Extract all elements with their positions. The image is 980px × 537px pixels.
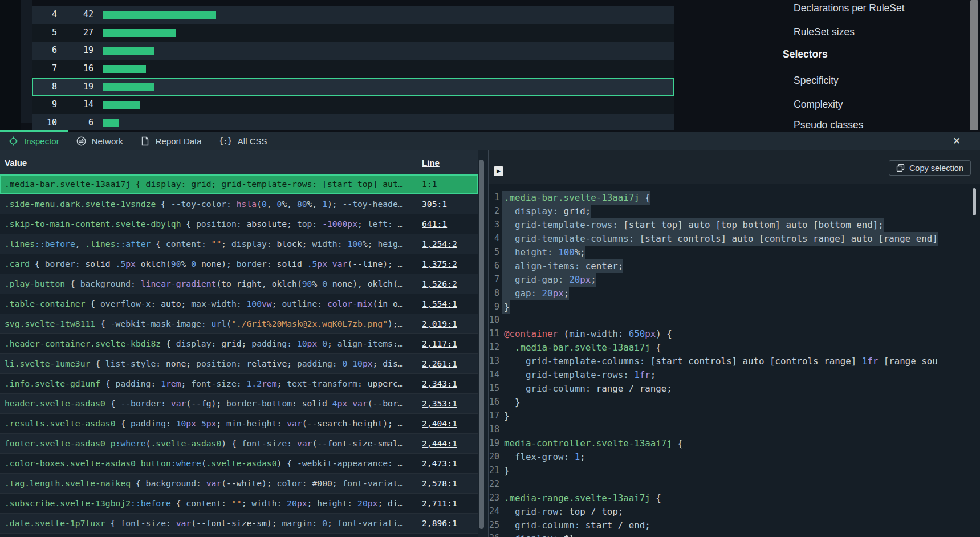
code-token bbox=[206, 319, 212, 328]
ruleset-value-cell: .tag.length.svelte-naikeq { background: … bbox=[0, 474, 408, 493]
ruleset-line-cell: 2,711:1 bbox=[408, 494, 478, 513]
code-token: border: bbox=[237, 259, 272, 268]
chart-row[interactable]: 442 bbox=[32, 6, 674, 24]
line-link[interactable]: 1,526:2 bbox=[422, 279, 457, 288]
ruleset-row[interactable]: .side-menu.dark.svelte-1vsndze { --toy-c… bbox=[0, 194, 478, 214]
line-link[interactable]: 2,353:1 bbox=[422, 398, 457, 408]
ruleset-line-cell bbox=[408, 534, 478, 537]
tab-all-css[interactable]: {:} All CSS bbox=[219, 136, 267, 146]
ruleset-row[interactable]: .table-container { overflow-x: auto; max… bbox=[0, 294, 478, 314]
code-token bbox=[317, 339, 322, 348]
ruleset-row[interactable]: svg.svelte-1tw8111 { -webkit-mask-image:… bbox=[0, 314, 478, 334]
nav-item-declarations-per-ruleset[interactable]: Declarations per RuleSet bbox=[794, 2, 905, 14]
chart-row[interactable]: 106 bbox=[32, 114, 674, 130]
line-link[interactable]: 2,444:1 bbox=[422, 438, 457, 448]
code-token: 100 bbox=[246, 299, 262, 308]
ruleset-row[interactable]: .lines::before, .lines::after { content:… bbox=[0, 234, 478, 254]
chart-bucket-label: 8 bbox=[32, 78, 57, 96]
ruleset-line-cell: 2,444:1 bbox=[408, 434, 478, 453]
editor-scrollbar[interactable] bbox=[973, 188, 976, 215]
ruleset-row[interactable]: .media-bar.svelte-13aai7j { display: gri… bbox=[0, 174, 478, 194]
ruleset-row[interactable]: footer.svelte-asdas0 p:where(.svelte-asd… bbox=[0, 434, 478, 454]
ruleset-row[interactable]: .card { border: solid .5px oklch(90% 0 n… bbox=[0, 254, 478, 274]
ruleset-row[interactable]: .skip-to-main-content.svelte-dbylqh { po… bbox=[0, 214, 478, 234]
ruleset-row[interactable]: .date.svelte-1p7tuxr { font-size: var(--… bbox=[0, 514, 478, 534]
editor-code[interactable]: 1.media-bar.svelte-13aai7j {2 display: g… bbox=[489, 184, 980, 537]
chart-row[interactable]: 527 bbox=[32, 24, 674, 42]
nav-item-pseudo-classes[interactable]: Pseudo classes bbox=[794, 119, 864, 130]
nav-item-ruleset-sizes[interactable]: RuleSet sizes bbox=[794, 26, 855, 38]
line-link[interactable]: 2,019:1 bbox=[422, 319, 457, 328]
line-link[interactable]: 2,711:1 bbox=[422, 498, 457, 508]
ruleset-row[interactable]: .subscribe.svelte-13gboj2::before { cont… bbox=[0, 494, 478, 514]
code-token: { bbox=[650, 342, 661, 353]
tab-network[interactable]: Network bbox=[76, 136, 123, 146]
line-link[interactable]: 2,117:1 bbox=[422, 339, 457, 348]
code-token: [start controls] auto [controls range] bbox=[645, 356, 861, 367]
line-link[interactable]: 2,261:1 bbox=[422, 359, 457, 368]
nav-item-specificity[interactable]: Specificity bbox=[794, 75, 839, 87]
nav-item-complexity[interactable]: Complexity bbox=[794, 99, 843, 111]
ruleset-row[interactable]: .play-button { background: linear-gradie… bbox=[0, 274, 478, 294]
line-link[interactable]: 1:1 bbox=[422, 179, 437, 189]
tab-inspector[interactable]: Inspector bbox=[9, 136, 59, 146]
code-token: px bbox=[297, 498, 307, 508]
code-token: { bbox=[672, 438, 683, 449]
line-link[interactable]: 1,554:1 bbox=[422, 299, 457, 308]
column-header-line[interactable]: Line bbox=[422, 158, 440, 168]
table-scrollbar-thumb[interactable] bbox=[479, 160, 484, 529]
code-token: ::after bbox=[116, 239, 151, 249]
copy-selection-button[interactable]: Copy selection bbox=[889, 160, 971, 176]
code-token: px bbox=[580, 274, 591, 285]
editor-line: 25 grid-column: start / end; bbox=[489, 519, 980, 532]
line-link[interactable]: 2,896:1 bbox=[422, 518, 457, 528]
code-token bbox=[166, 398, 171, 408]
line-link[interactable]: 2,473:1 bbox=[422, 458, 457, 468]
ruleset-row[interactable]: header.svelte-asdas0 { --border: var(--f… bbox=[0, 394, 478, 414]
editor-line-number: 8 bbox=[489, 287, 499, 300]
editor-line: 24 grid-row: top / top; bbox=[489, 505, 980, 519]
ruleset-value-cell: .date.svelte-1p7tuxr { font-size: var(--… bbox=[0, 514, 408, 533]
line-link[interactable]: 2,404:1 bbox=[422, 418, 457, 428]
line-link[interactable]: 1,254:2 bbox=[422, 239, 457, 249]
ruleset-row[interactable]: .tag.length.svelte-naikeq { background: … bbox=[0, 474, 478, 494]
code-token: grid-template-rows: bbox=[504, 369, 629, 380]
copy-button-label: Copy selection bbox=[909, 164, 963, 173]
line-link[interactable]: 2,343:1 bbox=[422, 379, 457, 388]
editor-line: 12 .media-bar.svelte-13aai7j { bbox=[489, 341, 980, 355]
line-link[interactable]: 2,578:1 bbox=[422, 478, 457, 488]
ruleset-row[interactable]: .results.svelte-asdas0 { padding: 10px 5… bbox=[0, 414, 478, 434]
chart-row[interactable]: 716 bbox=[32, 60, 674, 78]
line-link[interactable]: 641:1 bbox=[422, 219, 447, 229]
editor-line-number: 11 bbox=[489, 327, 499, 341]
table-scrollbar[interactable] bbox=[478, 150, 488, 537]
chart-row[interactable]: 819 bbox=[32, 78, 674, 96]
code-token: list-style: bbox=[105, 359, 161, 368]
ruleset-row[interactable]: .play-list-button.svelte-17d4eqz { displ… bbox=[0, 534, 478, 537]
ruleset-row[interactable]: .info.svelte-gd1unf { padding: 1rem; fon… bbox=[0, 374, 478, 394]
line-link[interactable]: 305:1 bbox=[422, 199, 447, 209]
tab-report-data[interactable]: Report Data bbox=[140, 136, 202, 146]
chart-row[interactable]: 619 bbox=[32, 42, 674, 60]
panel-toggle-icon[interactable]: ▶ bbox=[494, 166, 503, 176]
editor-line-number: 23 bbox=[489, 491, 499, 505]
code-token: { bbox=[105, 398, 121, 408]
editor-line-number: 26 bbox=[489, 532, 499, 537]
line-link[interactable]: 1,375:2 bbox=[422, 259, 457, 268]
page-scrollbar[interactable] bbox=[970, 0, 978, 130]
code-token: %; bbox=[363, 239, 378, 249]
ruleset-row[interactable]: .color-boxes.svelte-asdas0 button:where(… bbox=[0, 454, 478, 474]
code-token: 0 bbox=[262, 199, 267, 209]
editor-line: 14 grid-template-rows: 1fr; bbox=[489, 368, 980, 382]
chart-row[interactable]: 914 bbox=[32, 96, 674, 114]
ruleset-line-cell: 1,526:2 bbox=[408, 274, 478, 294]
code-token: ( bbox=[257, 199, 262, 209]
code-token: , bbox=[267, 199, 277, 209]
close-icon[interactable]: ✕ bbox=[953, 135, 961, 147]
ruleset-row[interactable]: .header-container.svelte-kbdi8z { displa… bbox=[0, 334, 478, 354]
code-token: background: bbox=[80, 279, 136, 288]
chart-bar bbox=[103, 47, 154, 55]
ruleset-line-cell: 641:1 bbox=[408, 214, 478, 234]
ruleset-value-cell: .skip-to-main-content.svelte-dbylqh { po… bbox=[0, 214, 408, 234]
ruleset-row[interactable]: li.svelte-1ume3ur { list-style: none; po… bbox=[0, 354, 478, 374]
